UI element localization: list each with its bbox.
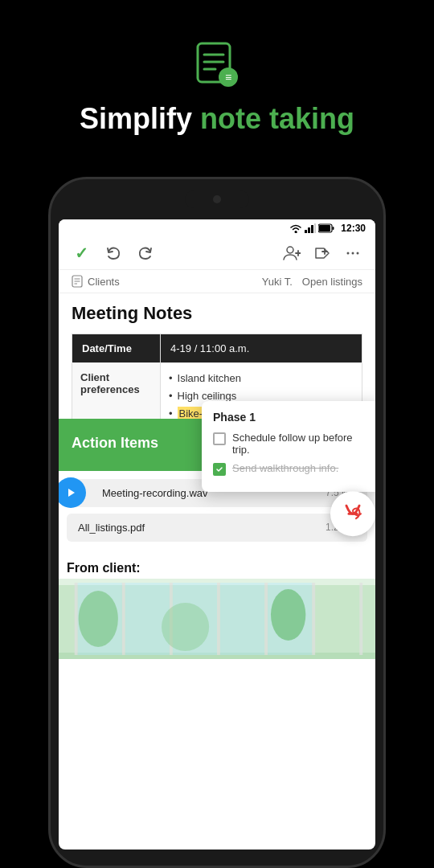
more-icon bbox=[345, 245, 361, 261]
pdf-file-row: All_listings.pdf 1.2 MB bbox=[67, 514, 367, 542]
svg-rect-36 bbox=[359, 583, 362, 655]
play-icon bbox=[64, 486, 77, 499]
phase-checkbox-2[interactable] bbox=[213, 463, 226, 476]
document-icon bbox=[72, 275, 83, 288]
pdf-file-item[interactable]: All_listings.pdf 1.2 MB bbox=[67, 514, 367, 542]
play-button[interactable] bbox=[59, 477, 86, 508]
svg-text:≡: ≡ bbox=[225, 71, 231, 84]
phase-item-text-2: Send walkthrough info. bbox=[232, 462, 338, 474]
add-label-icon bbox=[313, 245, 331, 261]
phase-item-1: Schedule follow up before trip. bbox=[213, 432, 371, 456]
acrobat-badge bbox=[330, 492, 375, 537]
camera-dot bbox=[213, 195, 221, 203]
status-time: 12:30 bbox=[341, 223, 366, 234]
svg-point-44 bbox=[271, 589, 305, 641]
toolbar-left: ✓ bbox=[72, 244, 155, 263]
check-button[interactable]: ✓ bbox=[72, 244, 91, 263]
from-client-label: From client: bbox=[59, 555, 375, 579]
breadcrumb-left: Clients bbox=[72, 275, 120, 288]
wifi-icon bbox=[289, 223, 302, 233]
svg-rect-40 bbox=[220, 583, 264, 655]
table-header-row: Date/Time 4-19 / 11:00 a.m. bbox=[72, 334, 362, 363]
preview-svg bbox=[59, 579, 375, 659]
breadcrumb-user: Yuki T. bbox=[262, 276, 293, 288]
phone-frame: 12:30 ✓ bbox=[48, 177, 386, 868]
toolbar-right bbox=[282, 244, 362, 263]
breadcrumb-right: Yuki T. Open listings bbox=[262, 276, 362, 288]
svg-point-21 bbox=[357, 252, 359, 255]
redo-icon bbox=[137, 245, 154, 261]
add-person-button[interactable] bbox=[282, 244, 301, 263]
svg-rect-12 bbox=[319, 225, 330, 231]
svg-rect-7 bbox=[305, 230, 307, 233]
svg-rect-31 bbox=[122, 583, 125, 655]
date-value: 4-19 / 11:00 a.m. bbox=[161, 334, 362, 363]
breadcrumb-section: Clients bbox=[88, 276, 120, 288]
svg-rect-30 bbox=[75, 583, 78, 655]
svg-rect-9 bbox=[311, 225, 313, 233]
svg-rect-10 bbox=[314, 223, 316, 233]
action-items-label: Action Items bbox=[72, 435, 158, 451]
svg-rect-38 bbox=[125, 583, 170, 655]
phase-checkbox-1[interactable] bbox=[213, 432, 226, 445]
app-icon: ≡ bbox=[193, 40, 241, 88]
add-label-button[interactable] bbox=[313, 244, 332, 263]
undo-icon bbox=[105, 245, 121, 261]
svg-rect-35 bbox=[312, 583, 315, 655]
svg-rect-34 bbox=[264, 583, 268, 655]
phase-item-text-1: Schedule follow up before trip. bbox=[232, 432, 371, 456]
svg-rect-13 bbox=[333, 227, 334, 230]
pdf-file-name: All_listings.pdf bbox=[78, 522, 326, 534]
svg-marker-26 bbox=[68, 489, 75, 497]
photo-preview-inner bbox=[59, 579, 375, 659]
undo-button[interactable] bbox=[104, 244, 123, 263]
phase-item-2: Send walkthrough info. bbox=[213, 462, 371, 476]
tagline-green: note taking bbox=[200, 102, 354, 135]
photo-preview bbox=[59, 579, 375, 659]
phone-mockup: 12:30 ✓ bbox=[48, 177, 386, 868]
phone-camera bbox=[185, 190, 249, 208]
svg-point-42 bbox=[79, 591, 118, 647]
svg-point-19 bbox=[347, 252, 350, 255]
svg-point-20 bbox=[352, 252, 354, 255]
check-icon: ✓ bbox=[75, 244, 88, 263]
toolbar: ✓ bbox=[59, 237, 375, 270]
phase-title: Phase 1 bbox=[213, 411, 371, 424]
breadcrumb: Clients Yuki T. Open listings bbox=[59, 270, 375, 293]
scrollable-content: Meeting Notes Date/Time 4-19 / 11:00 a.m… bbox=[59, 293, 375, 850]
svg-rect-8 bbox=[308, 227, 310, 233]
meeting-title: Meeting Notes bbox=[72, 303, 362, 324]
battery-icon bbox=[318, 223, 334, 233]
phase-popup: Phase 1 Schedule follow up before trip. bbox=[202, 401, 375, 492]
status-bar: 12:30 bbox=[59, 219, 375, 237]
redo-button[interactable] bbox=[136, 244, 155, 263]
tagline: Simplify note taking bbox=[80, 101, 354, 136]
pref-text-1: Island kitchen bbox=[178, 371, 242, 386]
more-button[interactable] bbox=[343, 244, 362, 263]
tagline-plain: Simplify bbox=[80, 102, 200, 135]
header-section: ≡ Simplify note taking bbox=[0, 0, 434, 152]
pref-item-1: • Island kitchen bbox=[169, 371, 354, 386]
date-label: Date/Time bbox=[72, 334, 161, 363]
action-items-card: Action Items bbox=[59, 419, 207, 471]
open-listings-link[interactable]: Open listings bbox=[302, 276, 362, 288]
svg-point-43 bbox=[162, 603, 209, 651]
svg-point-14 bbox=[287, 247, 293, 253]
svg-point-6 bbox=[295, 231, 297, 233]
acrobat-icon bbox=[338, 500, 367, 529]
phone-screen: 12:30 ✓ bbox=[59, 219, 375, 850]
svg-rect-33 bbox=[217, 583, 220, 655]
check-mark-icon bbox=[215, 465, 223, 473]
add-person-icon bbox=[283, 245, 301, 261]
status-icons bbox=[289, 223, 334, 233]
signal-icon bbox=[305, 223, 316, 233]
